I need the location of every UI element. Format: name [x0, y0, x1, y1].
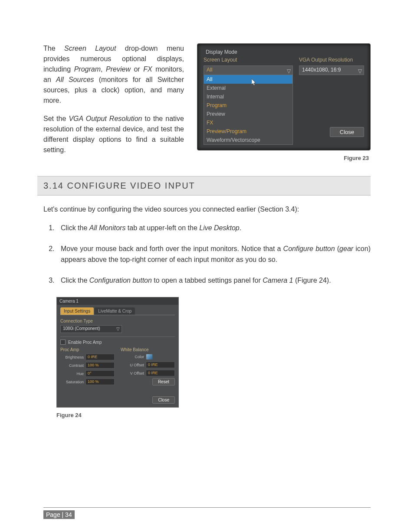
intro-paragraph-1: The Screen Layout drop-down menu provide… — [43, 43, 184, 106]
close-button[interactable]: Close — [330, 127, 364, 137]
page-number: Page | 34 — [43, 510, 75, 519]
white-balance-heading: White Balance — [121, 347, 175, 352]
dropdown-item-internal[interactable]: Internal — [204, 92, 292, 101]
contrast-field[interactable]: 100 % — [85, 362, 115, 369]
vga-output-select[interactable]: 1440x1080, 16:9 ▽ — [299, 65, 364, 75]
reset-button[interactable]: Reset — [152, 378, 175, 385]
screen-layout-select[interactable]: All ▽ — [204, 65, 293, 75]
dropdown-item-all[interactable]: All — [204, 75, 292, 84]
display-mode-panel: Display Mode Screen Layout All ▽ All — [197, 43, 371, 150]
u-offset-label: U Offset — [121, 363, 146, 367]
intro-paragraph-2: Set the VGA Output Resolution to the nat… — [43, 114, 184, 155]
mouse-cursor-icon — [252, 79, 257, 86]
step-1: Click the All Monitors tab at upper-left… — [56, 222, 371, 234]
dropdown-item-external[interactable]: External — [204, 84, 292, 92]
screen-layout-label: Screen Layout — [204, 57, 293, 63]
vga-output-label: VGA Output Resolution — [299, 57, 364, 63]
color-swatch[interactable] — [146, 354, 153, 360]
dropdown-item-preview-program[interactable]: Preview/Program — [204, 127, 292, 136]
v-offset-field[interactable]: 0 IRE — [146, 370, 175, 376]
tab-input-settings[interactable]: Input Settings — [60, 307, 94, 315]
connection-type-select[interactable]: 1080i (Component) ▽ — [60, 325, 122, 333]
hue-label: Hue — [60, 372, 85, 376]
footer-divider — [43, 507, 371, 508]
hue-field[interactable]: 0° — [85, 370, 115, 377]
connection-type-label: Connection Type — [60, 319, 175, 323]
section-intro: Let's continue by configuring the video … — [43, 204, 371, 215]
tab-livematte-crop[interactable]: LiveMatte & Crop — [95, 307, 135, 315]
chevron-down-icon: ▽ — [116, 326, 120, 332]
steps-list: Click the All Monitors tab at upper-left… — [52, 222, 371, 286]
chevron-down-icon: ▽ — [358, 67, 362, 75]
enable-proc-amp-checkbox[interactable] — [60, 339, 66, 345]
step-3: Click the Configuration button to open a… — [56, 275, 371, 286]
close-button[interactable]: Close — [152, 396, 175, 404]
section-heading: 3.14 CONFIGURE VIDEO INPUT — [37, 176, 371, 196]
screen-layout-dropdown-list: All External Internal Program Preview — [204, 75, 293, 145]
camera-panel-title: Camera 1 — [57, 297, 178, 305]
saturation-field[interactable]: 100 % — [85, 379, 115, 385]
dropdown-item-fx[interactable]: FX — [204, 118, 292, 127]
brightness-field[interactable]: 0 IRE — [85, 354, 115, 360]
display-mode-legend: Display Mode — [204, 49, 364, 55]
dropdown-item-program[interactable]: Program — [204, 101, 292, 110]
figure-23-caption: Figure 23 — [197, 155, 369, 161]
dropdown-item-preview[interactable]: Preview — [204, 110, 292, 118]
camera-config-panel: Camera 1 Input Settings LiveMatte & Crop… — [56, 297, 179, 408]
chevron-down-icon: ▽ — [287, 67, 291, 75]
step-2: Move your mouse back and forth over the … — [56, 243, 371, 265]
figure-24-caption: Figure 24 — [56, 412, 369, 418]
color-label: Color — [121, 355, 146, 359]
saturation-label: Saturation — [60, 380, 85, 384]
v-offset-label: V Offset — [121, 371, 146, 375]
brightness-label: Brightness — [60, 355, 85, 359]
contrast-label: Contrast — [60, 363, 85, 368]
u-offset-field[interactable]: 0 IRE — [146, 362, 175, 368]
enable-proc-amp-label: Enable Proc Amp — [68, 340, 102, 345]
proc-amp-heading: Proc Amp — [60, 347, 115, 352]
dropdown-item-waveform[interactable]: Waveform/Vectorscope — [204, 136, 292, 144]
